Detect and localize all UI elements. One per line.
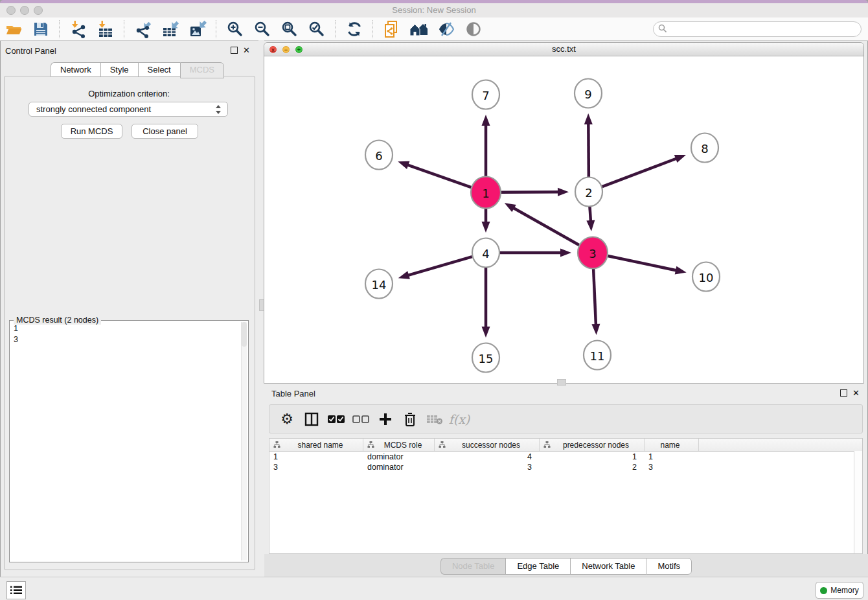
cell-predecessor-nodes[interactable]: 1 [540,452,645,462]
window-title: Session: New Session [0,3,868,17]
tab-edge-table[interactable]: Edge Table [505,558,570,575]
cell-name[interactable]: 3 [645,462,699,472]
column-header-name[interactable]: name [645,439,699,451]
cell-mcds-role[interactable]: dominator [363,462,435,472]
cell-successor-nodes[interactable]: 4 [435,452,540,462]
home-button[interactable] [409,19,429,39]
result-scrollbar[interactable] [241,322,247,560]
window-zoom-button[interactable] [34,6,43,15]
window-minimize-button[interactable] [20,6,29,15]
network-window-title: scc.txt [264,43,863,56]
table-panel-controls: ✕ [840,389,860,397]
select-all-columns-button[interactable] [325,408,347,430]
graph-edge-arrowhead [560,249,571,257]
close-panel-icon[interactable]: ✕ [243,47,250,54]
save-session-button[interactable] [31,19,51,39]
export-image-button[interactable] [188,19,207,39]
run-mcds-button[interactable]: Run MCDS [61,124,122,139]
float-panel-icon[interactable] [231,47,238,54]
network-window-titlebar[interactable]: x − + scc.txt [264,43,863,56]
graph-edge[interactable] [406,165,471,187]
cell-shared-name[interactable]: 1 [269,452,363,462]
zoom-selected-button[interactable] [307,19,326,39]
add-column-button[interactable] [374,408,396,430]
unselect-all-columns-button[interactable] [350,408,372,430]
graph-edge[interactable] [501,192,560,192]
table-scrollbar[interactable] [854,451,862,553]
export-network-button[interactable] [133,19,153,39]
result-scrollbar-thumb[interactable] [242,322,247,347]
tab-style[interactable]: Style [100,62,138,77]
memory-label: Memory [830,586,858,595]
tab-network[interactable]: Network [51,62,100,77]
network-maximize-icon[interactable]: + [295,46,303,53]
cell-successor-nodes[interactable]: 3 [435,462,540,472]
sort-tree-icon [367,441,374,448]
memory-button[interactable]: Memory [816,582,863,599]
control-panel-controls: ✕ [231,47,250,54]
graph-edge[interactable] [588,122,589,178]
graph-node-label: 4 [482,247,489,260]
search-icon [658,24,667,33]
table-panel-title: Table Panel [271,389,315,398]
delete-table-button [424,408,446,430]
network-close-icon[interactable]: x [269,46,277,53]
hide-eye-button[interactable] [437,19,456,39]
cell-shared-name[interactable]: 3 [269,462,363,472]
share-document-icon [383,20,401,38]
float-table-panel-icon[interactable] [840,389,847,397]
graph-edge[interactable] [589,206,591,222]
table-tabs: Node Table Edge Table Network Table Moti… [264,554,868,577]
column-header-shared-name[interactable]: shared name [269,439,363,451]
cell-mcds-role[interactable]: dominator [363,452,435,462]
zoom-fit-button[interactable] [280,19,299,39]
show-eye-button[interactable] [464,19,483,39]
graph-edge-arrowhead [482,327,490,338]
column-header-predecessor-nodes[interactable]: predecessor nodes [540,439,645,451]
graph-edge[interactable] [512,207,579,245]
graph-node-label: 6 [375,149,382,163]
graph-edge[interactable] [602,158,678,187]
import-network-icon [69,20,87,38]
table-settings-button[interactable]: ⚙ [276,408,298,430]
column-header-mcds-role[interactable]: MCDS role [363,439,435,451]
graph-edge[interactable] [593,268,596,326]
close-panel-button[interactable]: Close panel [131,124,198,139]
tab-network-table[interactable]: Network Table [570,558,646,575]
zoom-fit-icon [280,20,299,38]
status-bar: Memory [0,577,868,600]
import-table-button[interactable] [96,19,115,39]
network-graph-canvas[interactable]: 1234678910111415 [264,56,863,383]
tab-motifs[interactable]: Motifs [646,558,692,575]
share-document-button[interactable] [382,19,402,39]
search-input[interactable] [653,21,862,37]
refresh-button[interactable] [345,19,364,39]
main-toolbar [0,17,868,41]
tab-select[interactable]: Select [138,62,180,77]
network-minimize-icon[interactable]: − [282,46,290,53]
zoom-out-button[interactable] [253,19,272,39]
table-row[interactable]: 1 dominator 4 1 1 [269,452,862,462]
tab-node-table[interactable]: Node Table [440,558,506,575]
cell-name[interactable]: 1 [645,452,699,462]
show-columns-button[interactable] [301,408,323,430]
columns-icon [304,411,319,427]
column-header-successor-nodes[interactable]: successor nodes [435,439,540,451]
export-table-button[interactable] [161,19,180,39]
trash-icon [403,411,417,427]
task-history-button[interactable] [6,581,26,599]
import-network-button[interactable] [69,19,88,39]
graph-edge[interactable] [407,257,472,275]
criterion-select[interactable]: strongly connected component [29,102,228,117]
close-table-panel-icon[interactable]: ✕ [852,390,860,397]
graph-edge[interactable] [608,256,677,271]
open-session-button[interactable] [4,19,23,39]
tab-mcds[interactable]: MCDS [180,62,224,78]
horizontal-splitter-grip[interactable] [557,379,566,386]
delete-column-button[interactable] [399,408,421,430]
table-row[interactable]: 3 dominator 3 2 3 [269,462,862,472]
window-close-button[interactable] [6,6,16,15]
cell-predecessor-nodes[interactable]: 2 [540,462,645,472]
zoom-in-button[interactable] [225,19,245,39]
graph-node-label: 2 [585,186,592,200]
